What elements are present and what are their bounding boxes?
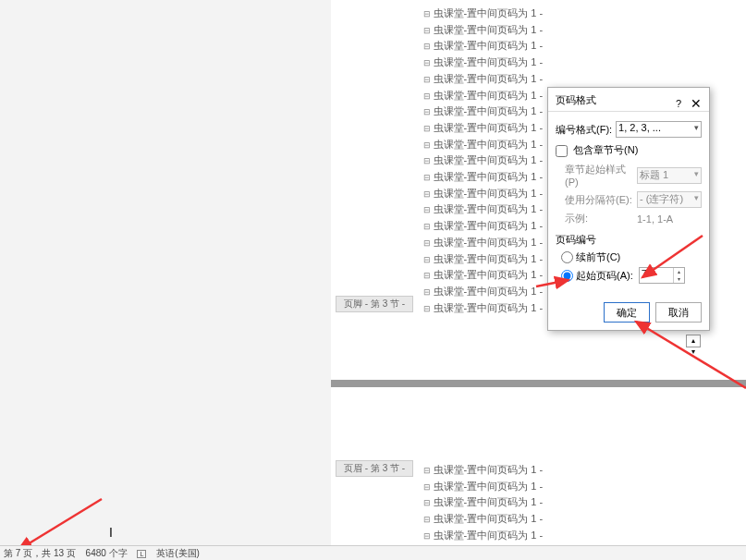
spinner-down-icon[interactable]: ▾ (674, 275, 684, 283)
status-bar: 第 7 页，共 13 页 6480 个字 L 英语(美国) (0, 545, 746, 560)
collapse-whitespace-icon[interactable]: ▴▾ (686, 335, 701, 347)
start-at-label: 起始页码(A): (576, 269, 633, 283)
start-at-value: 7 (642, 268, 647, 279)
doc-line: 虫课堂-置中间页码为 1 - (423, 267, 543, 284)
continue-prev-radio[interactable] (561, 251, 573, 263)
close-icon[interactable]: ✕ (691, 91, 702, 116)
doc-line: 虫课堂-置中间页码为 1 - (423, 6, 543, 22)
spinner-up-icon[interactable]: ▴ (674, 268, 684, 275)
doc-line: 虫课堂-置中间页码为 1 - (423, 38, 543, 55)
nav-panel (0, 0, 331, 545)
cancel-button[interactable]: 取消 (655, 302, 702, 323)
doc-line: 虫课堂-置中间页码为 1 - (423, 528, 543, 544)
doc-line: 虫课堂-置中间页码为 1 - (423, 251, 543, 268)
page-numbering-header: 页码编号 (556, 233, 702, 247)
separator-select: - (连字符) (637, 191, 702, 208)
example-label: 示例: (565, 212, 637, 225)
status-page[interactable]: 第 7 页，共 13 页 (4, 548, 76, 558)
doc-line: 虫课堂-置中间页码为 1 - (423, 152, 543, 169)
language-icon[interactable]: L (137, 550, 146, 558)
chapter-start-select: 标题 1 (637, 167, 702, 184)
doc-line: 虫课堂-置中间页码为 1 - (423, 88, 543, 104)
doc-line: 虫课堂-置中间页码为 1 - (423, 511, 543, 528)
doc-line: 虫课堂-置中间页码为 1 - (423, 22, 543, 39)
chapter-start-label: 章节起始样式(P) (565, 163, 637, 188)
start-at-input[interactable]: 7 ▴ ▾ (639, 267, 685, 284)
status-language[interactable]: 英语(美国) (156, 548, 200, 558)
doc-line: 虫课堂-置中间页码为 1 - (423, 169, 543, 186)
separator-label: 使用分隔符(E): (565, 193, 637, 207)
include-chapter-label: 包含章节号(N) (573, 144, 638, 155)
include-chapter-checkbox[interactable] (556, 145, 568, 157)
footer-section-label: 页脚 - 第 3 节 - (336, 296, 413, 312)
doc-line: 虫课堂-置中间页码为 1 - (423, 218, 543, 235)
help-icon[interactable]: ? (676, 91, 681, 116)
doc-line: 虫课堂-置中间页码为 1 - (423, 300, 543, 317)
doc-line: 虫课堂-置中间页码为 1 - (423, 55, 543, 71)
example-value: 1-1, 1-A (637, 213, 702, 225)
doc-line: 虫课堂-置中间页码为 1 - (423, 103, 543, 120)
continue-prev-label: 续前节(C) (576, 250, 620, 264)
text-cursor-icon: I (109, 525, 113, 540)
start-at-radio[interactable] (561, 270, 573, 282)
doc-lines-1: 虫课堂-置中间页码为 1 - 虫课堂-置中间页码为 1 - 虫课堂-置中间页码为… (423, 6, 543, 316)
ok-button[interactable]: 确定 (604, 302, 650, 323)
header-section-label: 页眉 - 第 3 节 - (336, 460, 413, 477)
doc-line: 虫课堂-置中间页码为 1 - (423, 494, 543, 511)
document-page-2: 页眉 - 第 3 节 - 虫课堂-置中间页码为 1 - 虫课堂-置中间页码为 1… (331, 387, 746, 545)
doc-line: 虫课堂-置中间页码为 1 - (423, 137, 543, 153)
doc-line: 虫课堂-置中间页码为 1 - (423, 71, 543, 88)
doc-line: 虫课堂-置中间页码为 1 - (423, 284, 543, 300)
page-number-format-dialog: 页码格式 ? ✕ 编号格式(F): 1, 2, 3, ... 包含章节号(N) … (547, 87, 710, 331)
number-format-label: 编号格式(F): (556, 123, 612, 137)
doc-line: 虫课堂-置中间页码为 1 - (423, 235, 543, 251)
doc-line: 虫课堂-置中间页码为 1 - (423, 186, 543, 202)
page-break (331, 380, 746, 387)
number-format-select[interactable]: 1, 2, 3, ... (616, 121, 702, 138)
doc-line: 虫课堂-置中间页码为 1 - (423, 479, 543, 495)
doc-line: 虫课堂-置中间页码为 1 - (423, 120, 543, 137)
doc-line: 虫课堂-置中间页码为 1 - (423, 462, 543, 479)
status-words[interactable]: 6480 个字 (86, 548, 128, 558)
dialog-title-text: 页码格式 (556, 94, 596, 105)
doc-line: 虫课堂-置中间页码为 1 - (423, 201, 543, 218)
dialog-titlebar[interactable]: 页码格式 ? ✕ (548, 88, 709, 112)
